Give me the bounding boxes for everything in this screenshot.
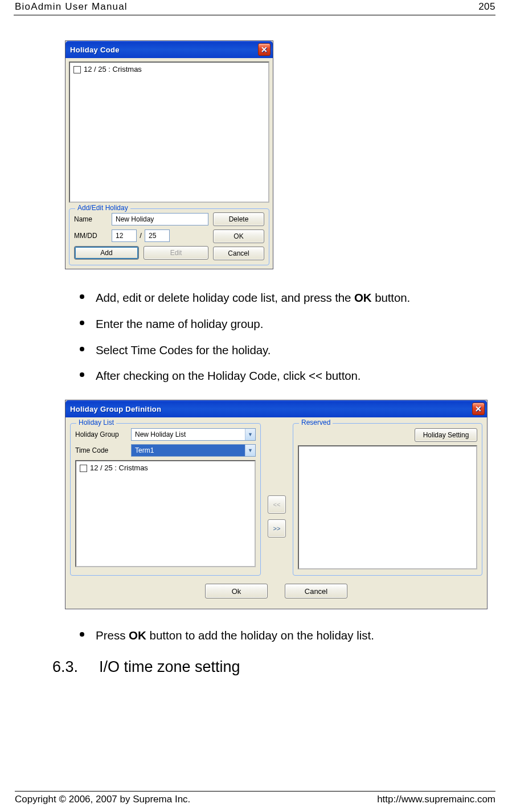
section-number: 6.3. [52, 658, 99, 676]
holiday-group-select[interactable]: New Holiday List ▼ [131, 428, 256, 441]
instruction-list-a: Add, edit or delete holiday code list, a… [80, 289, 476, 385]
page-header: BioAdmin User Manual 205 [0, 0, 508, 14]
add-edit-legend: Add/Edit Holiday [75, 204, 130, 212]
section-title: I/O time zone setting [99, 658, 240, 675]
transfer-buttons: << >> [267, 423, 287, 576]
footer-url: http://www.supremainc.com [377, 794, 495, 805]
edit-button[interactable]: Edit [144, 246, 208, 260]
list-item: 12 / 25 : Cristmas [90, 464, 148, 472]
page-number: 205 [478, 1, 495, 13]
date-label: MM/DD [74, 232, 108, 240]
holiday-group-window: Holiday Group Definition ✕ Holiday List … [65, 400, 487, 609]
holiday-group-label: Holiday Group [75, 430, 128, 438]
reserved-legend: Reserved [299, 419, 333, 426]
list-item: Press OK button to add the holiday on th… [80, 626, 476, 645]
name-input[interactable]: New Holiday [112, 213, 208, 225]
chevron-down-icon: ▼ [245, 445, 255, 456]
copyright-text: Copyright © 2006, 2007 by Suprema Inc. [15, 794, 190, 805]
list-item: After checking on the Holiday Code, clic… [80, 367, 476, 385]
holiday-code-list-item: 12 / 25 : Cristmas [84, 65, 142, 73]
holiday-code-list[interactable]: 12 / 25 : Cristmas [69, 61, 269, 203]
list-item: Select Time Codes for the holiday. [80, 341, 476, 359]
time-code-label: Time Code [75, 446, 128, 454]
checkbox-icon[interactable] [73, 66, 81, 73]
month-input[interactable]: 12 [112, 229, 137, 242]
page-footer: Copyright © 2006, 2007 by Suprema Inc. h… [0, 791, 508, 805]
holiday-code-titlebar[interactable]: Holiday Code ✕ [65, 41, 273, 58]
move-left-button[interactable]: << [268, 495, 286, 514]
time-code-select[interactable]: Term1 ▼ [131, 444, 256, 457]
close-icon[interactable]: ✕ [258, 43, 271, 56]
add-edit-holiday-group: Add/Edit Holiday Name New Holiday MM/DD … [69, 208, 269, 265]
cancel-button[interactable]: Cancel [213, 247, 264, 260]
reserved-list[interactable] [298, 445, 477, 569]
reserved-panel: Reserved Holiday Setting [293, 423, 482, 576]
holiday-setting-button[interactable]: Holiday Setting [415, 428, 477, 442]
cancel-button[interactable]: Cancel [285, 584, 347, 598]
name-label: Name [74, 215, 108, 223]
close-icon[interactable]: ✕ [472, 403, 485, 415]
section-heading: 6.3.I/O time zone setting [52, 658, 476, 676]
delete-button[interactable]: Delete [213, 212, 264, 226]
list-item: Add, edit or delete holiday code list, a… [80, 289, 476, 307]
holiday-list-panel: Holiday List Holiday Group New Holiday L… [70, 423, 261, 576]
move-right-button[interactable]: >> [268, 519, 286, 538]
chevron-down-icon: ▼ [245, 429, 255, 440]
add-button[interactable]: Add [74, 246, 139, 260]
day-input[interactable]: 25 [145, 229, 170, 242]
footer-rule [15, 791, 495, 792]
list-item: Enter the name of holiday group. [80, 315, 476, 333]
holiday-group-titlebar[interactable]: Holiday Group Definition ✕ [65, 400, 487, 417]
manual-title: BioAdmin User Manual [15, 1, 128, 13]
holiday-list-legend: Holiday List [76, 419, 116, 426]
holiday-code-window: Holiday Code ✕ 12 / 25 : Cristmas Add/Ed… [65, 40, 273, 269]
holiday-group-list[interactable]: 12 / 25 : Cristmas [75, 460, 256, 567]
checkbox-icon[interactable] [80, 465, 87, 472]
holiday-group-title: Holiday Group Definition [70, 405, 161, 413]
date-separator: / [137, 231, 145, 240]
instruction-list-b: Press OK button to add the holiday on th… [80, 626, 476, 645]
ok-button[interactable]: Ok [205, 584, 268, 598]
holiday-code-title: Holiday Code [70, 46, 120, 54]
ok-button[interactable]: OK [213, 229, 264, 243]
